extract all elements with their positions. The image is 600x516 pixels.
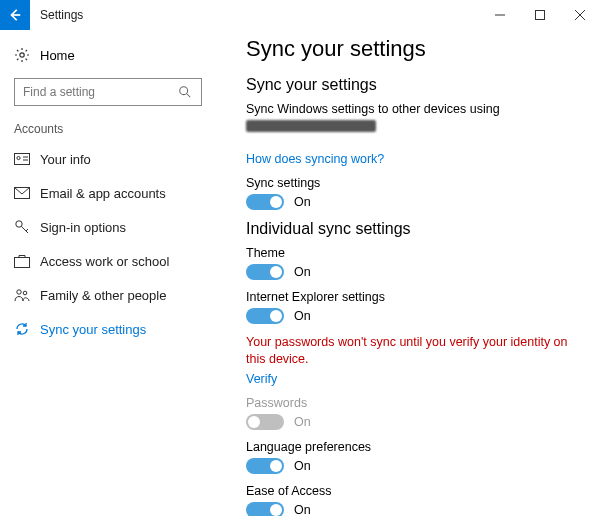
- password-warning: Your passwords won't sync until you veri…: [246, 334, 570, 368]
- sidebar-item-label: Sync your settings: [40, 322, 146, 337]
- home-button[interactable]: Home: [8, 38, 208, 72]
- svg-point-12: [16, 221, 22, 227]
- sidebar-item-label: Access work or school: [40, 254, 169, 269]
- sidebar-item-signin[interactable]: Sign-in options: [8, 210, 208, 244]
- toggle-ie[interactable]: [246, 308, 284, 324]
- sync-desc: Sync Windows settings to other devices u…: [246, 102, 570, 116]
- redacted-account: [246, 120, 376, 132]
- toggle-passwords: [246, 414, 284, 430]
- label-language: Language preferences: [246, 440, 570, 454]
- svg-point-17: [23, 291, 27, 295]
- window-controls: [480, 0, 600, 30]
- toggle-state: On: [294, 459, 311, 473]
- gear-icon: [14, 47, 30, 63]
- toggle-theme[interactable]: [246, 264, 284, 280]
- page-title: Sync your settings: [246, 36, 570, 62]
- maximize-icon: [535, 10, 545, 20]
- arrow-left-icon: [8, 8, 22, 22]
- close-button[interactable]: [560, 0, 600, 30]
- search-icon: [177, 84, 193, 100]
- search-input[interactable]: Find a setting: [14, 78, 202, 106]
- help-link[interactable]: How does syncing work?: [246, 152, 570, 166]
- section-sync-title: Sync your settings: [246, 76, 570, 94]
- sidebar-item-family[interactable]: Family & other people: [8, 278, 208, 312]
- svg-point-8: [17, 156, 20, 159]
- toggle-language[interactable]: [246, 458, 284, 474]
- svg-point-5: [180, 87, 188, 95]
- label-passwords: Passwords: [246, 396, 570, 410]
- back-button[interactable]: [0, 0, 30, 30]
- close-icon: [575, 10, 585, 20]
- search-placeholder: Find a setting: [23, 85, 95, 99]
- sidebar-item-your-info[interactable]: Your info: [8, 142, 208, 176]
- svg-rect-15: [15, 258, 30, 268]
- content: Sync your settings Sync your settings Sy…: [216, 30, 600, 516]
- sync-icon: [14, 321, 30, 337]
- home-label: Home: [40, 48, 75, 63]
- key-icon: [14, 219, 30, 235]
- label-ease: Ease of Access: [246, 484, 570, 498]
- sidebar-item-label: Email & app accounts: [40, 186, 166, 201]
- maximize-button[interactable]: [520, 0, 560, 30]
- briefcase-icon: [14, 253, 30, 269]
- people-icon: [14, 287, 30, 303]
- svg-line-14: [26, 229, 28, 231]
- verify-link[interactable]: Verify: [246, 372, 570, 386]
- toggle-state: On: [294, 309, 311, 323]
- toggle-state: On: [294, 195, 311, 209]
- sidebar: Home Find a setting Accounts Your info E…: [0, 30, 216, 516]
- label-sync-settings: Sync settings: [246, 176, 570, 190]
- id-card-icon: [14, 151, 30, 167]
- label-theme: Theme: [246, 246, 570, 260]
- toggle-ease[interactable]: [246, 502, 284, 516]
- toggle-state: On: [294, 503, 311, 516]
- toggle-state: On: [294, 415, 311, 429]
- svg-point-4: [20, 53, 24, 57]
- sidebar-item-label: Your info: [40, 152, 91, 167]
- svg-line-6: [187, 94, 191, 98]
- toggle-sync-settings[interactable]: [246, 194, 284, 210]
- sidebar-item-label: Sign-in options: [40, 220, 126, 235]
- sidebar-item-sync[interactable]: Sync your settings: [8, 312, 208, 346]
- titlebar: Settings: [0, 0, 600, 30]
- minimize-button[interactable]: [480, 0, 520, 30]
- minimize-icon: [495, 10, 505, 20]
- envelope-icon: [14, 185, 30, 201]
- window-title: Settings: [30, 8, 480, 22]
- sidebar-item-work[interactable]: Access work or school: [8, 244, 208, 278]
- svg-point-16: [17, 290, 21, 294]
- sidebar-heading: Accounts: [8, 118, 208, 142]
- sidebar-item-email[interactable]: Email & app accounts: [8, 176, 208, 210]
- toggle-state: On: [294, 265, 311, 279]
- section-individual-title: Individual sync settings: [246, 220, 570, 238]
- svg-rect-1: [536, 11, 545, 20]
- app-body: Home Find a setting Accounts Your info E…: [0, 30, 600, 516]
- sidebar-item-label: Family & other people: [40, 288, 166, 303]
- label-ie: Internet Explorer settings: [246, 290, 570, 304]
